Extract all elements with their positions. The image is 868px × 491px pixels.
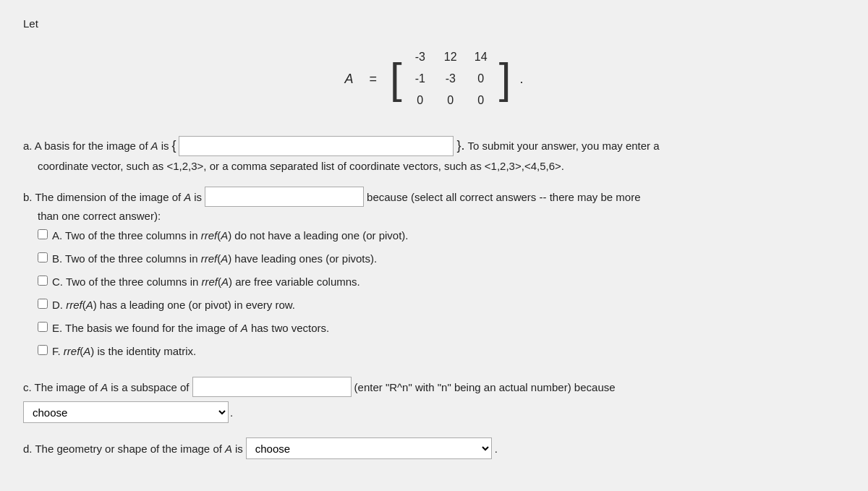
opt-c-rref: rref [202, 276, 218, 288]
checkbox-b-label: B. Two of the three columns in rref(A) h… [52, 248, 377, 270]
checkbox-f[interactable] [38, 345, 48, 355]
part-b-than-line: than one correct answer): [38, 210, 845, 222]
left-bracket: [ [390, 57, 402, 101]
checkbox-b[interactable] [38, 252, 48, 262]
part-c-prefix: c. The image of [23, 377, 98, 397]
part-d-period: . [495, 443, 498, 455]
matrix-a-label: A [345, 72, 354, 87]
checkbox-item-f: F. rref(A) is the identity matrix. [38, 341, 845, 362]
opt-d-prefix: D. [52, 299, 66, 311]
part-b-input[interactable] [205, 187, 364, 207]
opt-e-text: E. The basis we found for the image of A… [52, 322, 329, 334]
opt-c-prefix: C. Two of the three columns in [52, 276, 202, 288]
part-a-curly-open: { [171, 134, 176, 157]
checkbox-a-label: A. Two of the three columns in rref(A) d… [52, 225, 409, 247]
part-c-line: c. The image of A is a subspace of (ente… [23, 377, 845, 397]
matrix-section: A = [ -3 12 14 -1 -3 0 0 0 0 ] . [23, 44, 845, 114]
opt-a-A: A [221, 229, 228, 242]
checkbox-d-label: D. rref(A) has a leading one (or pivot) … [52, 294, 295, 316]
part-a-suffix: To submit your answer, you may enter a [468, 136, 660, 155]
opt-d-rref: rref [66, 299, 82, 311]
checkbox-f-label: F. rref(A) is the identity matrix. [52, 341, 196, 362]
opt-b-rref: rref [201, 252, 218, 265]
part-a: a. A basis for the image of A is { }. To… [23, 134, 845, 172]
cell-1-0: -1 [415, 72, 425, 85]
opt-d-A: A [86, 299, 93, 311]
part-b: b. The dimension of the image of A is be… [23, 187, 845, 362]
cell-0-2: 14 [475, 51, 488, 64]
part-c-dropdown[interactable]: choose the image is a span of vectors in… [23, 401, 229, 423]
cell-0-0: -3 [415, 51, 425, 64]
part-a-line: a. A basis for the image of A is { }. To… [23, 134, 845, 157]
part-b-is: is [194, 187, 202, 207]
part-a-is: is [161, 136, 169, 155]
checkbox-item-d: D. rref(A) has a leading one (or pivot) … [38, 294, 845, 316]
matrix-grid: -3 12 14 -1 -3 0 0 0 0 [402, 44, 499, 114]
part-b-suffix: because (select all correct answers -- t… [367, 187, 640, 207]
opt-a-prefix: A. Two of the three columns in [52, 229, 201, 242]
matrix-dot: . [519, 72, 523, 87]
opt-f-rref: rref [64, 345, 80, 357]
part-d-A: A [225, 443, 232, 455]
part-d-dropdown[interactable]: choose a line through the origin a plane… [246, 437, 492, 459]
checkbox-e-label: E. The basis we found for the image of A… [52, 317, 329, 339]
checkbox-item-b: B. Two of the three columns in rref(A) h… [38, 248, 845, 270]
part-b-A: A [184, 187, 191, 207]
part-a-input[interactable] [179, 136, 454, 156]
part-c-dropdown-wrap: choose the image is a span of vectors in… [23, 401, 845, 423]
part-c: c. The image of A is a subspace of (ente… [23, 377, 845, 423]
checkbox-item-a: A. Two of the three columns in rref(A) d… [38, 225, 845, 247]
cell-1-2: 0 [477, 72, 484, 85]
checkbox-e[interactable] [38, 322, 48, 332]
part-b-line: b. The dimension of the image of A is be… [23, 187, 845, 207]
opt-c-A: A [221, 276, 229, 288]
part-d: d. The geometry or shape of the image of… [23, 437, 845, 459]
part-c-is-subspace: is a subspace of [111, 377, 189, 397]
cell-0-1: 12 [444, 51, 457, 64]
part-d-prefix: d. The geometry or shape of the image of [23, 443, 222, 455]
cell-2-2: 0 [477, 94, 484, 107]
let-label: Let [23, 17, 845, 30]
cell-1-1: -3 [446, 72, 456, 85]
part-c-suffix: (enter "R^n" with "n" being an actual nu… [354, 377, 616, 397]
part-a-prefix: a. A basis for the image of [23, 136, 148, 155]
equals-sign: = [370, 72, 378, 87]
part-a-curly-close: }. [456, 134, 464, 157]
opt-a-rref: rref [201, 229, 218, 242]
opt-f-prefix: F. [52, 345, 64, 357]
matrix-bracket-wrap: [ -3 12 14 -1 -3 0 0 0 0 ] [390, 44, 511, 114]
cell-2-1: 0 [447, 94, 454, 107]
part-a-A: A [151, 136, 158, 155]
checkbox-d[interactable] [38, 299, 48, 309]
part-c-A: A [101, 377, 108, 397]
checkboxes-section: A. Two of the three columns in rref(A) d… [38, 225, 845, 362]
part-d-line: d. The geometry or shape of the image of… [23, 437, 845, 459]
checkbox-c-label: C. Two of the three columns in rref(A) a… [52, 271, 360, 293]
checkbox-a[interactable] [38, 229, 48, 239]
part-b-prefix: b. The dimension of the image of [23, 187, 181, 207]
checkbox-item-e: E. The basis we found for the image of A… [38, 317, 845, 339]
checkbox-c[interactable] [38, 276, 48, 286]
part-d-is: is [235, 443, 243, 455]
part-c-input[interactable] [192, 377, 352, 397]
checkbox-item-c: C. Two of the three columns in rref(A) a… [38, 271, 845, 293]
opt-b-A: A [221, 252, 228, 265]
opt-b-prefix: B. Two of the three columns in [52, 252, 201, 265]
part-a-line2: coordinate vector, such as <1,2,3>, or a… [38, 160, 845, 172]
part-c-period: . [230, 406, 233, 419]
opt-f-A: A [83, 345, 90, 357]
cell-2-0: 0 [417, 94, 423, 107]
right-bracket: ] [499, 57, 511, 101]
